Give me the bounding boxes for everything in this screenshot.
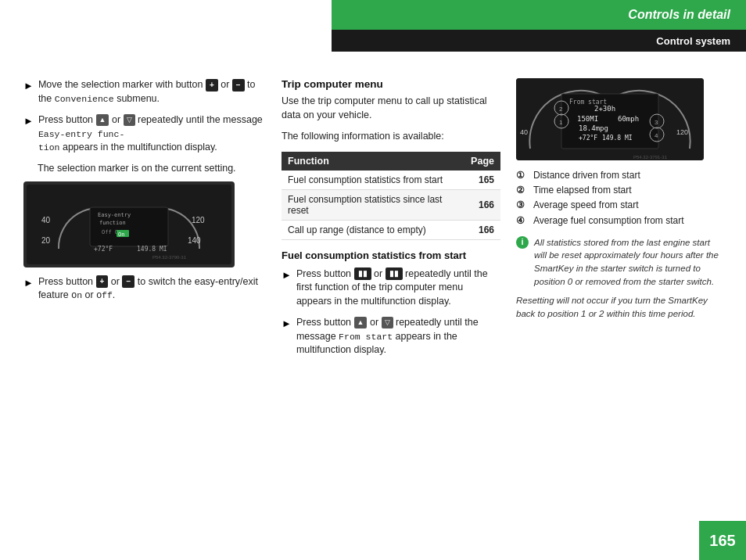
svg-text:140: 140: [188, 236, 201, 245]
legend-text-1: Distance driven from start: [533, 168, 640, 183]
bullet-text-1: Move the selection marker with button + …: [38, 78, 266, 106]
list-item: ► Press button ▲ or ▽ repeatedly until t…: [23, 113, 266, 155]
page-header: Page: [464, 152, 500, 171]
minus-button-icon2: −: [122, 275, 134, 288]
svg-text:P54.32-3790-31: P54.32-3790-31: [152, 255, 187, 259]
legend-item-4: ④ Average fuel consumption from start: [516, 214, 723, 228]
bullet-arrow: ►: [23, 79, 34, 106]
subheader-bar: Control system: [332, 30, 746, 52]
up-button-icon: ▲: [96, 114, 109, 126]
table-row: Fuel consumption statistics since last r…: [282, 189, 500, 220]
right-dashboard: 40 120 From start 1 2 3 4 2+30h 150M: [516, 78, 704, 160]
bullet-arrow: ►: [282, 317, 292, 357]
function-cell: Call up range (distance to empty): [282, 220, 464, 239]
sub-section-title: Fuel consumption statistics from start: [282, 249, 500, 261]
on-text: On: [71, 290, 82, 300]
svg-text:20: 20: [41, 236, 51, 245]
down-button-icon: ▽: [124, 114, 135, 126]
up-btn-icon2: ▲: [354, 317, 368, 328]
page-badge: 165: [699, 521, 746, 560]
page-number: 165: [709, 532, 735, 550]
svg-text:149.8 MI: 149.8 MI: [602, 135, 633, 142]
page-cell: 166: [464, 189, 500, 220]
header-bar: Controls in detail: [332, 0, 746, 30]
off-text: Off: [96, 290, 113, 300]
menu-button-icon2: ▮▮: [386, 267, 403, 280]
plus-button-icon: +: [206, 79, 218, 92]
svg-text:+72°F: +72°F: [579, 135, 597, 142]
selection-note: The selection marker is on the current s…: [38, 163, 266, 174]
svg-text:18.4mpg: 18.4mpg: [579, 124, 608, 132]
svg-text:40: 40: [41, 216, 51, 224]
down-btn-icon2: ▽: [382, 317, 393, 328]
middle-column: Trip computer menu Use the trip computer…: [282, 78, 500, 505]
left-column: ► Move the selection marker with button …: [23, 78, 266, 505]
function-table: Function Page Fuel consumption statistic…: [282, 152, 500, 240]
info-text-block-1: i All statistics stored from the last en…: [516, 236, 723, 289]
dashboard-svg: 20 40 140 120 Easy-entry function Off On…: [35, 190, 223, 259]
svg-text:149.8 MI: 149.8 MI: [137, 246, 167, 253]
svg-text:120: 120: [676, 128, 688, 136]
subheader-title: Control system: [656, 35, 730, 47]
svg-text:2: 2: [559, 106, 563, 113]
list-item: ► Press button ▮▮ or ▮▮ repeatedly until…: [282, 267, 500, 309]
function-cell: Fuel consumption statistics since last r…: [282, 189, 464, 220]
function-cell: Fuel consumption statistics from start: [282, 171, 464, 190]
legend-item-3: ③ Average speed from start: [516, 198, 723, 213]
svg-text:150MI: 150MI: [577, 115, 598, 123]
legend-text-3: Average speed from start: [533, 198, 639, 213]
page-cell: 165: [464, 171, 500, 190]
right-dash-svg: 40 120 From start 1 2 3 4 2+30h 150M: [516, 78, 704, 160]
legend-list: ① Distance driven from start ② Time elap…: [516, 168, 723, 228]
easy-entry-text: Easy-entry func-tion: [38, 129, 124, 153]
legend-num-3: ③: [516, 198, 530, 213]
svg-text:60mph: 60mph: [618, 115, 639, 123]
svg-text:On: On: [118, 232, 124, 238]
page-cell: 166: [464, 220, 500, 239]
list-item: ► Press button ▲ or ▽ repeatedly until t…: [282, 316, 500, 357]
legend-text-4: Average fuel consumption from start: [533, 214, 684, 228]
bullet-text-2: Press button ▲ or ▽ repeatedly until the…: [38, 113, 266, 155]
header-title: Controls in detail: [628, 8, 730, 22]
list-item: ► Move the selection marker with button …: [23, 78, 266, 106]
svg-text:+72°F: +72°F: [94, 246, 113, 253]
svg-text:3: 3: [655, 119, 658, 126]
table-row: Call up range (distance to empty)166: [282, 220, 500, 239]
svg-text:2+30h: 2+30h: [594, 105, 615, 113]
svg-text:120: 120: [192, 216, 205, 224]
svg-text:P54.32-3791-31: P54.32-3791-31: [633, 155, 668, 160]
bullet-arrow: ►: [23, 276, 34, 303]
svg-text:Easy-entry: Easy-entry: [98, 212, 131, 218]
function-header: Function: [282, 152, 464, 171]
sub-bullet-2: Press button ▲ or ▽ repeatedly until the…: [296, 316, 500, 357]
legend-item-2: ② Time elapsed from start: [516, 183, 723, 198]
bullet-text-3: Press button + or − to switch the easy-e…: [38, 275, 266, 303]
sub-bullet-1: Press button ▮▮ or ▮▮ repeatedly until t…: [296, 267, 500, 309]
from-start-text: From start: [339, 332, 393, 342]
main-content: ► Move the selection marker with button …: [0, 63, 746, 521]
svg-text:4: 4: [655, 132, 658, 139]
legend-item-1: ① Distance driven from start: [516, 168, 723, 183]
svg-text:1: 1: [559, 119, 563, 126]
legend-text-2: Time elapsed from start: [533, 183, 632, 198]
legend-num-1: ①: [516, 168, 530, 183]
info-text-2: Resetting will not occur if you turn the…: [516, 294, 723, 320]
right-column: 40 120 From start 1 2 3 4 2+30h 150M: [516, 78, 723, 505]
list-item: ► Press button + or − to switch the easy…: [23, 275, 266, 303]
legend-num-4: ④: [516, 214, 530, 228]
trip-intro: Use the trip computer menu to call up st…: [282, 95, 500, 122]
bullet-arrow: ►: [23, 114, 34, 155]
table-row: Fuel consumption statistics from start16…: [282, 171, 500, 190]
trip-computer-title: Trip computer menu: [282, 78, 500, 90]
trip-available: The following information is available:: [282, 130, 500, 144]
legend-num-2: ②: [516, 183, 530, 198]
minus-button-icon: −: [232, 79, 245, 92]
info-icon: i: [516, 236, 529, 249]
svg-text:40: 40: [520, 128, 528, 136]
bullet-arrow: ►: [282, 268, 292, 309]
dashboard-image: 20 40 140 120 Easy-entry function Off On…: [23, 181, 235, 267]
dash-inner: 20 40 140 120 Easy-entry function Off On…: [27, 185, 231, 264]
info-box: i All statistics stored from the last en…: [516, 236, 723, 321]
menu-button-icon: ▮▮: [354, 267, 371, 280]
convenience-text: Convenience: [55, 94, 114, 104]
